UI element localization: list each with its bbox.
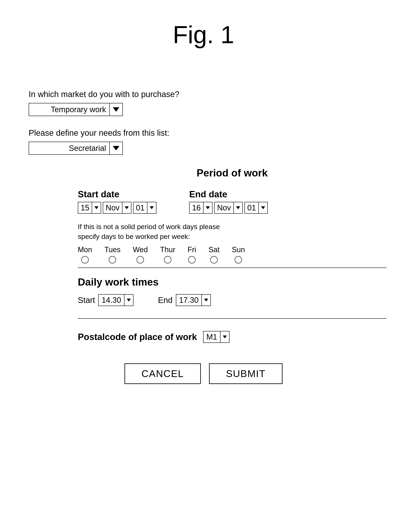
day-wed-radio[interactable] bbox=[137, 256, 144, 263]
end-year-value: 01 bbox=[245, 203, 258, 212]
day-sun-label: Sun bbox=[232, 245, 245, 254]
start-year-arrow[interactable] bbox=[147, 202, 156, 213]
period-title: Period of work bbox=[78, 167, 386, 179]
end-date-group: End date 16 Nov 01 bbox=[189, 189, 268, 214]
dates-row: Start date 15 Nov 01 bbox=[78, 189, 386, 214]
work-times-row: Start 14.30 End 17.30 bbox=[78, 294, 386, 306]
day-mon: Mon bbox=[78, 245, 92, 263]
cancel-button[interactable]: CANCEL bbox=[125, 363, 201, 384]
needs-dropdown-value: Secretarial bbox=[29, 144, 109, 153]
start-time-label: Start bbox=[78, 296, 95, 305]
start-time-field[interactable]: 14.30 bbox=[98, 294, 133, 306]
market-dropdown-wrapper: Temporary work bbox=[29, 103, 386, 116]
day-sun-radio[interactable] bbox=[235, 256, 242, 263]
needs-dropdown[interactable]: Secretarial bbox=[29, 142, 123, 155]
start-month-arrow[interactable] bbox=[122, 202, 131, 213]
end-time-arrow[interactable] bbox=[202, 294, 211, 306]
market-dropdown[interactable]: Temporary work bbox=[29, 103, 123, 116]
day-tues-radio[interactable] bbox=[109, 256, 116, 263]
end-time-label: End bbox=[158, 296, 172, 305]
start-time-value: 14.30 bbox=[99, 296, 124, 305]
start-day-arrow[interactable] bbox=[92, 202, 101, 213]
day-fri-radio[interactable] bbox=[188, 256, 196, 263]
end-year-arrow[interactable] bbox=[258, 202, 267, 213]
day-thur-radio[interactable] bbox=[164, 256, 171, 263]
day-fri: Fri bbox=[188, 245, 196, 263]
start-year-value: 01 bbox=[133, 203, 147, 212]
end-date-fields: 16 Nov 01 bbox=[189, 202, 268, 214]
end-month-arrow[interactable] bbox=[233, 202, 243, 213]
day-sun: Sun bbox=[232, 245, 245, 263]
needs-question: Please define your needs from this list: bbox=[29, 128, 386, 138]
market-dropdown-value: Temporary work bbox=[29, 105, 109, 114]
day-mon-radio[interactable] bbox=[81, 256, 89, 263]
start-date-label: Start date bbox=[78, 189, 157, 199]
start-month-value: Nov bbox=[103, 203, 122, 212]
end-month-field[interactable]: Nov bbox=[214, 202, 243, 214]
day-wed-label: Wed bbox=[133, 245, 148, 254]
day-sat: Sat bbox=[208, 245, 219, 263]
start-day-value: 15 bbox=[78, 203, 92, 212]
start-date-fields: 15 Nov 01 bbox=[78, 202, 157, 214]
start-day-field[interactable]: 15 bbox=[78, 202, 101, 214]
day-thur-label: Thur bbox=[160, 245, 175, 254]
postalcode-label: Postalcode of place of work bbox=[78, 332, 197, 342]
solid-period-text: If this is not a solid period of work da… bbox=[78, 222, 221, 241]
figure-title: Fig. 1 bbox=[21, 20, 386, 49]
submit-button[interactable]: SUBMIT bbox=[209, 363, 282, 384]
divider bbox=[78, 318, 386, 319]
market-dropdown-arrow[interactable] bbox=[109, 103, 122, 116]
days-row: Mon Tues Wed Thur Fri Sat bbox=[78, 245, 386, 268]
needs-dropdown-wrapper: Secretarial bbox=[29, 142, 386, 155]
market-question: In which market do you with to purchase? bbox=[29, 90, 386, 99]
end-day-value: 16 bbox=[190, 203, 203, 212]
needs-dropdown-arrow[interactable] bbox=[109, 142, 122, 155]
period-section: Period of work Start date 15 Nov 01 bbox=[78, 167, 386, 343]
day-sat-label: Sat bbox=[208, 245, 219, 254]
end-day-arrow[interactable] bbox=[203, 202, 212, 213]
postalcode-section: Postalcode of place of work M1 bbox=[78, 331, 386, 343]
start-month-field[interactable]: Nov bbox=[103, 202, 132, 214]
end-time-field[interactable]: 17.30 bbox=[176, 294, 211, 306]
buttons-row: CANCEL SUBMIT bbox=[21, 363, 386, 384]
start-date-group: Start date 15 Nov 01 bbox=[78, 189, 157, 214]
postalcode-value: M1 bbox=[204, 333, 220, 341]
start-time-group: Start 14.30 bbox=[78, 294, 133, 306]
end-time-group: End 17.30 bbox=[158, 294, 211, 306]
day-tues: Tues bbox=[104, 245, 121, 263]
end-year-field[interactable]: 01 bbox=[244, 202, 268, 214]
day-tues-label: Tues bbox=[104, 245, 121, 254]
postalcode-field[interactable]: M1 bbox=[203, 331, 229, 343]
start-year-field[interactable]: 01 bbox=[133, 202, 157, 214]
end-month-value: Nov bbox=[215, 203, 233, 212]
end-date-label: End date bbox=[189, 189, 268, 199]
page-container: Fig. 1 In which market do you with to pu… bbox=[0, 0, 407, 532]
postalcode-arrow[interactable] bbox=[220, 331, 229, 343]
day-wed: Wed bbox=[133, 245, 148, 263]
day-sat-radio[interactable] bbox=[210, 256, 218, 263]
day-fri-label: Fri bbox=[188, 245, 196, 254]
day-thur: Thur bbox=[160, 245, 175, 263]
end-day-field[interactable]: 16 bbox=[189, 202, 212, 214]
end-time-value: 17.30 bbox=[176, 296, 202, 305]
start-time-arrow[interactable] bbox=[124, 294, 133, 306]
day-mon-label: Mon bbox=[78, 245, 92, 254]
daily-work-title: Daily work times bbox=[78, 276, 386, 288]
